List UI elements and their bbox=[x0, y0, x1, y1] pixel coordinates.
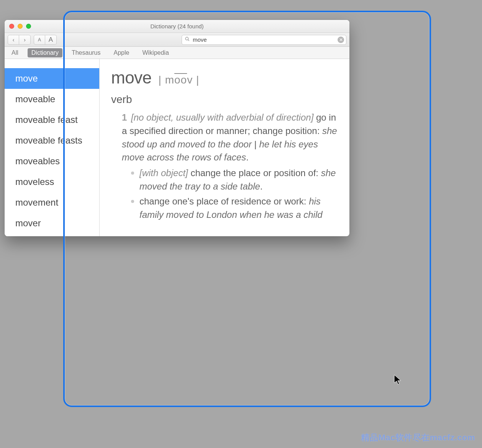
definition-pane: move | moov | verb 1 [no object, usually… bbox=[100, 59, 349, 236]
traffic-lights bbox=[5, 24, 36, 29]
list-item[interactable]: mover bbox=[5, 213, 99, 234]
list-item[interactable]: moveables bbox=[5, 151, 99, 172]
definition-text: change the place or position of: bbox=[190, 168, 321, 178]
grammar-note: [no object, usually with adverbial of di… bbox=[131, 112, 313, 123]
zoom-button[interactable] bbox=[26, 24, 31, 29]
list-item[interactable]: movement bbox=[5, 192, 99, 213]
font-size-segment: A A bbox=[34, 35, 57, 45]
tab-wikipedia[interactable]: Wikipedia bbox=[138, 48, 172, 57]
split-view: move moveable moveable feast moveable fe… bbox=[5, 59, 349, 236]
nav-segment: ‹ › bbox=[8, 35, 31, 45]
sense-1: 1 [no object, usually with adverbial of … bbox=[111, 111, 338, 221]
clear-search-button[interactable]: ✕ bbox=[338, 36, 344, 43]
titlebar: Dictionary (24 found) bbox=[5, 20, 349, 33]
pronunciation: | moov | bbox=[159, 74, 200, 86]
list-item[interactable]: moveless bbox=[5, 172, 99, 192]
close-button[interactable] bbox=[9, 24, 14, 29]
sub-sense: change one's place of residence or work:… bbox=[131, 195, 338, 222]
list-item[interactable]: moveable bbox=[5, 89, 99, 110]
dictionary-window: Dictionary (24 found) ‹ › A A ✕ All Dict… bbox=[5, 20, 349, 236]
back-button[interactable]: ‹ bbox=[8, 35, 19, 45]
tab-dictionary[interactable]: Dictionary bbox=[28, 48, 62, 57]
definition-text: change one's place of residence or work: bbox=[139, 196, 309, 206]
minimize-button[interactable] bbox=[18, 24, 23, 29]
tab-all[interactable]: All bbox=[8, 48, 22, 57]
headword: move bbox=[111, 68, 152, 87]
window-title: Dictionary (24 found) bbox=[5, 23, 349, 29]
forward-button[interactable]: › bbox=[19, 35, 31, 45]
list-item[interactable]: moveable feast bbox=[5, 110, 99, 130]
sub-sense: [with object] change the place or positi… bbox=[131, 167, 338, 193]
search-icon bbox=[185, 36, 190, 43]
source-tabs: All Dictionary Thesaurus Apple Wikipedia bbox=[5, 47, 349, 59]
search-field[interactable]: ✕ bbox=[182, 35, 346, 45]
list-item[interactable]: move bbox=[5, 68, 99, 89]
part-of-speech: verb bbox=[111, 93, 338, 106]
svg-point-0 bbox=[185, 37, 189, 40]
cursor-icon bbox=[394, 374, 402, 387]
tab-thesaurus[interactable]: Thesaurus bbox=[68, 48, 105, 57]
search-input[interactable] bbox=[193, 36, 336, 43]
tab-apple[interactable]: Apple bbox=[110, 48, 133, 57]
toolbar: ‹ › A A ✕ bbox=[5, 33, 349, 47]
results-sidebar: move moveable moveable feast moveable fe… bbox=[5, 59, 100, 236]
font-smaller-button[interactable]: A bbox=[34, 35, 45, 45]
svg-line-1 bbox=[188, 39, 189, 41]
watermark: 精品Mac软件尽在macfz.com bbox=[361, 432, 475, 443]
sense-number: 1 bbox=[122, 112, 127, 123]
grammar-note: [with object] bbox=[139, 168, 188, 178]
font-larger-button[interactable]: A bbox=[45, 35, 57, 45]
list-item[interactable]: moveable feasts bbox=[5, 130, 99, 151]
